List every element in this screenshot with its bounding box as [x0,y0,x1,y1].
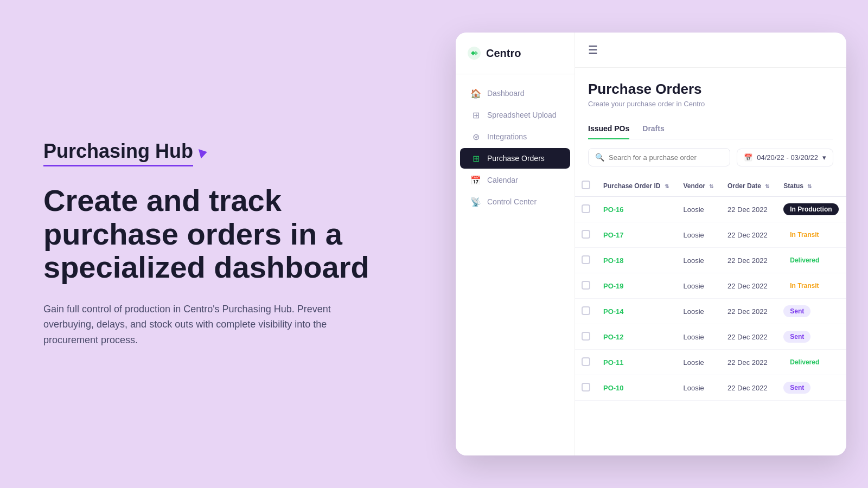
table-row: PO-12 Loosie 22 Dec 2022 Sent [575,324,846,350]
purchase-orders-table: Purchase Order ID ⇅ Vendor ⇅ Order Date … [575,175,846,401]
table-row: PO-19 Loosie 22 Dec 2022 In Transit [575,273,846,299]
select-all-checkbox[interactable] [582,181,590,189]
sidebar-item-purchase-orders[interactable]: ⊞ Purchase Orders [460,148,570,169]
table-row: PO-17 Loosie 22 Dec 2022 In Transit [575,222,846,248]
date-filter[interactable]: 📅 04/20/22 - 03/20/22 ▾ [737,149,833,166]
status-badge: Sent [783,305,810,317]
page-subtitle: Create your purchase order in Centro [588,100,833,108]
row-vendor: Loosie [676,197,721,222]
date-range-label: 04/20/22 - 03/20/22 [757,153,818,162]
table-row: PO-10 Loosie 22 Dec 2022 Sent [575,375,846,401]
main-content: ☰ Purchase Orders Create your purchase o… [575,33,846,455]
calendar-icon: 📅 [471,175,481,185]
row-order-date: 22 Dec 2022 [721,350,777,375]
row-status: Sent [777,375,846,401]
dashboard-icon: 🏠 [471,88,481,98]
row-checkbox[interactable] [582,230,590,239]
sidebar-item-spreadsheet-upload[interactable]: ⊞ Spreadsheet Upload [460,105,570,125]
row-checkbox-cell [575,350,597,375]
sidebar-item-calendar[interactable]: 📅 Calendar [460,170,570,190]
row-vendor: Loosie [676,350,721,375]
row-checkbox-cell [575,197,597,222]
row-order-date: 22 Dec 2022 [721,375,777,401]
sidebar-nav: 🏠 Dashboard ⊞ Spreadsheet Upload ⊛ Integ… [456,74,575,221]
tab-drafts[interactable]: Drafts [642,119,664,139]
col-vendor[interactable]: Vendor ⇅ [676,175,721,197]
tab-issued-pos[interactable]: Issued POs [588,119,629,139]
po-id-link[interactable]: PO-17 [603,231,624,239]
row-checkbox[interactable] [582,255,590,264]
row-checkbox[interactable] [582,281,590,290]
row-checkbox-cell [575,299,597,324]
col-po-id[interactable]: Purchase Order ID ⇅ [597,175,676,197]
col-status[interactable]: Status ⇅ [777,175,846,197]
row-vendor: Loosie [676,324,721,350]
row-po-id[interactable]: PO-17 [597,222,676,248]
row-vendor: Loosie [676,299,721,324]
po-id-link[interactable]: PO-12 [603,333,624,341]
row-po-id[interactable]: PO-19 [597,273,676,299]
row-checkbox[interactable] [582,204,590,213]
search-input[interactable] [609,153,723,162]
sidebar-item-label: Integrations [487,132,527,141]
row-order-date: 22 Dec 2022 [721,324,777,350]
col-order-date[interactable]: Order Date ⇅ [721,175,777,197]
control-center-icon: 📡 [471,197,481,207]
sidebar-item-label: Calendar [487,176,518,184]
row-order-date: 22 Dec 2022 [721,197,777,222]
row-vendor: Loosie [676,273,721,299]
row-po-id[interactable]: PO-18 [597,248,676,273]
po-id-link[interactable]: PO-11 [603,358,624,367]
po-id-link[interactable]: PO-16 [603,206,624,214]
hero-body: Gain full control of production in Centr… [43,301,347,348]
sidebar: Centro 🏠 Dashboard ⊞ Spreadsheet Upload … [456,33,575,455]
row-order-date: 22 Dec 2022 [721,299,777,324]
sidebar-item-integrations[interactable]: ⊛ Integrations [460,126,570,147]
row-checkbox[interactable] [582,383,590,391]
row-checkbox-cell [575,273,597,299]
status-badge: In Transit [783,229,825,241]
hamburger-menu-icon[interactable]: ☰ [588,43,598,56]
row-checkbox[interactable] [582,332,590,341]
sort-icon-po-id: ⇅ [665,183,669,189]
row-status: In Transit [777,273,846,299]
row-po-id[interactable]: PO-12 [597,324,676,350]
sidebar-item-label: Dashboard [487,89,525,98]
search-box[interactable]: 🔍 [588,148,730,166]
row-po-id[interactable]: PO-11 [597,350,676,375]
sidebar-item-control-center[interactable]: 📡 Control Center [460,191,570,212]
row-checkbox-cell [575,248,597,273]
row-vendor: Loosie [676,375,721,401]
row-po-id[interactable]: PO-10 [597,375,676,401]
po-id-link[interactable]: PO-14 [603,307,624,316]
po-id-link[interactable]: PO-10 [603,384,624,392]
row-checkbox[interactable] [582,357,590,366]
filters-row: 🔍 📅 04/20/22 - 03/20/22 ▾ [575,139,846,175]
status-badge: Sent [783,331,810,343]
chevron-down-icon: ▾ [822,153,826,162]
row-checkbox[interactable] [582,306,590,315]
po-id-link[interactable]: PO-19 [603,282,624,290]
page-header: Purchase Orders Create your purchase ord… [575,68,846,139]
table-row: PO-16 Loosie 22 Dec 2022 In Production [575,197,846,222]
sidebar-logo: Centro [456,46,575,74]
select-all-col [575,175,597,197]
left-panel: Purchasing Hub Create and track purchase… [0,0,456,488]
row-checkbox-cell [575,222,597,248]
po-id-link[interactable]: PO-18 [603,256,624,265]
row-order-date: 22 Dec 2022 [721,248,777,273]
status-badge: Delivered [783,356,826,368]
sort-icon-order-date: ⇅ [765,183,769,189]
sidebar-item-dashboard[interactable]: 🏠 Dashboard [460,83,570,104]
status-badge: Sent [783,382,810,394]
row-order-date: 22 Dec 2022 [721,222,777,248]
brand-arrow-icon [199,147,208,159]
page-title: Purchase Orders [588,81,833,98]
row-checkbox-cell [575,375,597,401]
row-po-id[interactable]: PO-16 [597,197,676,222]
row-status: Delivered [777,248,846,273]
app-window: Centro 🏠 Dashboard ⊞ Spreadsheet Upload … [456,33,846,455]
row-po-id[interactable]: PO-14 [597,299,676,324]
purchase-orders-icon: ⊞ [471,153,481,163]
spreadsheet-icon: ⊞ [471,110,481,120]
